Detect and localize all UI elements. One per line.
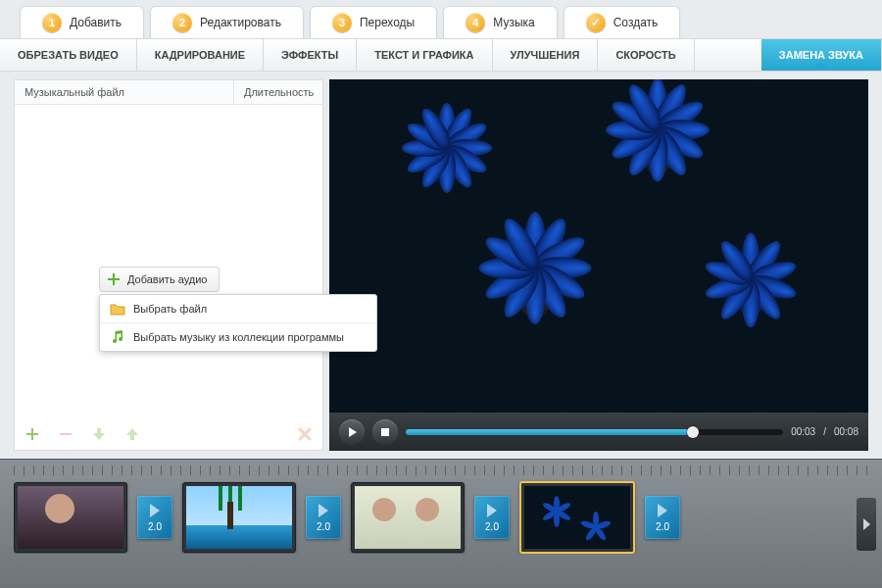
edit-subtabs: ОБРЕЗАТЬ ВИДЕО КАДРИРОВАНИЕ ЭФФЕКТЫ ТЕКС… bbox=[0, 38, 882, 72]
clip-2[interactable]: 2 ✎ 00:21 bbox=[182, 482, 296, 553]
transition-2[interactable]: 2.0 bbox=[306, 496, 341, 539]
transition-icon bbox=[487, 504, 497, 517]
time-total: 00:08 bbox=[834, 426, 858, 437]
add-track-button[interactable] bbox=[23, 424, 42, 444]
svg-rect-0 bbox=[60, 433, 72, 435]
subtab-text[interactable]: ТЕКСТ И ГРАФИКА bbox=[357, 39, 492, 71]
transition-icon bbox=[658, 504, 667, 517]
step-label: Переходы bbox=[360, 16, 415, 29]
audio-list-panel: Музыкальный файл Длительность Добавить а… bbox=[14, 79, 323, 451]
transition-3[interactable]: 2.0 bbox=[474, 496, 510, 539]
time-sep: / bbox=[823, 426, 826, 437]
seek-fill bbox=[406, 429, 693, 435]
clip-thumb bbox=[355, 486, 461, 549]
subtab-effects[interactable]: ЭФФЕКТЫ bbox=[264, 39, 357, 71]
timeline: 1 ✎ 00:08 2.0 2 ✎ 00:21 2.0 bbox=[0, 459, 882, 588]
stop-button[interactable] bbox=[372, 419, 398, 445]
step-transitions[interactable]: 3 Переходы bbox=[310, 6, 437, 38]
add-audio-label: Добавить аудио bbox=[127, 273, 207, 285]
col-duration: Длительность bbox=[234, 80, 322, 104]
timeline-clips: 1 ✎ 00:08 2.0 2 ✎ 00:21 2.0 bbox=[14, 481, 868, 554]
step-badge-3-icon: 3 bbox=[332, 13, 352, 32]
subtab-replace-audio[interactable]: ЗАМЕНА ЗВУКА bbox=[761, 39, 882, 71]
preview-panel: 00:03 / 00:08 bbox=[329, 79, 868, 451]
step-label: Создать bbox=[613, 16, 659, 29]
clip-4[interactable]: 4 ✎ 00:08 bbox=[519, 481, 635, 554]
audio-list-toolbar bbox=[23, 424, 315, 444]
subtab-enhance[interactable]: УЛУЧШЕНИЯ bbox=[493, 39, 599, 71]
transition-4[interactable]: 2.0 bbox=[645, 496, 680, 539]
transition-duration: 2.0 bbox=[148, 521, 162, 532]
transition-duration: 2.0 bbox=[485, 521, 499, 532]
step-badge-4-icon: 4 bbox=[466, 13, 485, 32]
move-up-button[interactable] bbox=[122, 424, 142, 444]
transition-duration: 2.0 bbox=[656, 521, 669, 532]
step-label: Добавить bbox=[70, 16, 122, 29]
choose-from-library-item[interactable]: Выбрать музыку из коллекции программы bbox=[100, 322, 376, 351]
check-icon bbox=[586, 13, 606, 32]
move-down-button[interactable] bbox=[89, 424, 109, 444]
step-add[interactable]: 1 Добавить bbox=[20, 6, 144, 38]
step-tabs: 1 Добавить 2 Редактировать 3 Переходы 4 … bbox=[0, 0, 882, 38]
step-label: Музыка bbox=[493, 16, 534, 29]
step-edit[interactable]: 2 Редактировать bbox=[150, 6, 304, 38]
subtab-trim[interactable]: ОБРЕЗАТЬ ВИДЕО bbox=[0, 39, 137, 71]
plus-icon bbox=[106, 271, 122, 287]
clip-thumb bbox=[18, 486, 123, 549]
time-current: 00:03 bbox=[791, 426, 815, 437]
choose-from-library-label: Выбрать музыку из коллекции программы bbox=[133, 331, 344, 343]
clip-thumb bbox=[186, 486, 292, 549]
timeline-next-button[interactable] bbox=[857, 498, 876, 551]
choose-file-item[interactable]: Выбрать файл bbox=[100, 295, 376, 322]
play-button[interactable] bbox=[339, 419, 365, 445]
add-audio-popover: Выбрать файл Выбрать музыку из коллекции… bbox=[99, 294, 377, 352]
step-label: Редактировать bbox=[200, 16, 281, 29]
clip-3[interactable]: 3 ✎ 00:10 bbox=[351, 482, 465, 553]
seek-slider[interactable] bbox=[406, 429, 783, 435]
delete-button[interactable] bbox=[295, 424, 315, 444]
stop-icon bbox=[381, 428, 389, 436]
subtab-speed[interactable]: СКОРОСТЬ bbox=[598, 39, 694, 71]
music-note-icon bbox=[110, 329, 125, 345]
timeline-ruler bbox=[14, 466, 868, 475]
play-icon bbox=[349, 427, 357, 437]
player-controls: 00:03 / 00:08 bbox=[329, 412, 868, 451]
clip-thumb bbox=[524, 486, 630, 549]
step-music[interactable]: 4 Музыка bbox=[443, 6, 557, 38]
step-create[interactable]: Создать bbox=[564, 6, 681, 38]
choose-file-label: Выбрать файл bbox=[133, 303, 207, 315]
transition-icon bbox=[150, 504, 160, 517]
transition-1[interactable]: 2.0 bbox=[137, 496, 172, 539]
add-audio-button[interactable]: Добавить аудио bbox=[99, 267, 220, 292]
remove-track-button[interactable] bbox=[56, 424, 75, 444]
preview-viewport bbox=[329, 79, 868, 412]
col-music-file: Музыкальный файл bbox=[15, 80, 234, 104]
step-badge-2-icon: 2 bbox=[172, 13, 192, 32]
transition-icon bbox=[318, 504, 328, 517]
step-badge-1-icon: 1 bbox=[42, 13, 62, 32]
audio-table-header: Музыкальный файл Длительность bbox=[15, 80, 322, 105]
folder-icon bbox=[110, 301, 125, 317]
clip-1[interactable]: 1 ✎ 00:08 bbox=[14, 482, 127, 553]
transition-duration: 2.0 bbox=[317, 521, 330, 532]
subtab-crop[interactable]: КАДРИРОВАНИЕ bbox=[137, 39, 264, 71]
seek-thumb[interactable] bbox=[687, 426, 699, 438]
